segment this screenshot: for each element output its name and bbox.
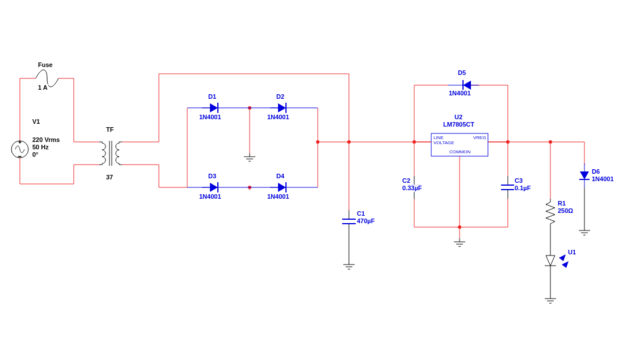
svg-marker-44 bbox=[546, 255, 555, 266]
led-name: U1 bbox=[567, 249, 576, 256]
reg-out: VREG bbox=[473, 135, 486, 140]
reg-in2: VOLTAGE bbox=[433, 140, 454, 145]
reg-gnd: COMMON bbox=[449, 149, 470, 154]
c3-val: 0.1µF bbox=[514, 185, 531, 192]
d4-part: 1N4001 bbox=[267, 193, 290, 200]
reg-name: U2 bbox=[454, 114, 463, 121]
fuse-rating: 1 A bbox=[37, 84, 48, 91]
c1-val: 470µF bbox=[356, 217, 375, 225]
xfmr-name: TF bbox=[106, 126, 114, 133]
src-l3: 0° bbox=[32, 151, 39, 158]
c1-name: C1 bbox=[356, 210, 365, 217]
d2-part: 1N4001 bbox=[267, 114, 290, 121]
d4-name: D4 bbox=[276, 173, 285, 180]
c2-val: 0.33µF bbox=[402, 185, 422, 192]
reg-part: LM7805CT bbox=[443, 121, 475, 128]
fuse-name: Fuse bbox=[37, 61, 53, 69]
r1-val: 250Ω bbox=[557, 207, 574, 215]
src-l1: 220 Vrms bbox=[32, 136, 60, 144]
c3-name: C3 bbox=[514, 177, 523, 185]
r1-name: R1 bbox=[557, 200, 566, 207]
svg-marker-49 bbox=[562, 261, 569, 268]
d2-name: D2 bbox=[276, 93, 285, 100]
d5-part: 1N4001 bbox=[448, 90, 472, 97]
svg-text:−: − bbox=[18, 153, 22, 160]
d3-name: D3 bbox=[208, 173, 217, 180]
d6-name: D6 bbox=[591, 168, 600, 175]
svg-point-7 bbox=[549, 140, 552, 144]
svg-text:+: + bbox=[19, 140, 22, 145]
svg-point-2 bbox=[316, 140, 319, 144]
c2-name: C2 bbox=[402, 177, 411, 185]
d5-name: D5 bbox=[457, 69, 466, 77]
svg-point-3 bbox=[347, 140, 351, 144]
svg-marker-48 bbox=[559, 254, 566, 261]
d6-part: 1N4001 bbox=[591, 175, 614, 183]
svg-point-4 bbox=[413, 140, 416, 144]
d1-name: D1 bbox=[208, 93, 217, 100]
reg-in1: LINE bbox=[433, 135, 444, 140]
svg-point-6 bbox=[458, 225, 461, 229]
svg-point-5 bbox=[506, 140, 510, 144]
d3-part: 1N4001 bbox=[199, 193, 222, 200]
d1-part: 1N4001 bbox=[199, 114, 222, 121]
xfmr-ratio: 37 bbox=[106, 174, 113, 181]
src-l2: 50 Hz bbox=[32, 144, 49, 151]
src-name: V1 bbox=[32, 118, 40, 125]
